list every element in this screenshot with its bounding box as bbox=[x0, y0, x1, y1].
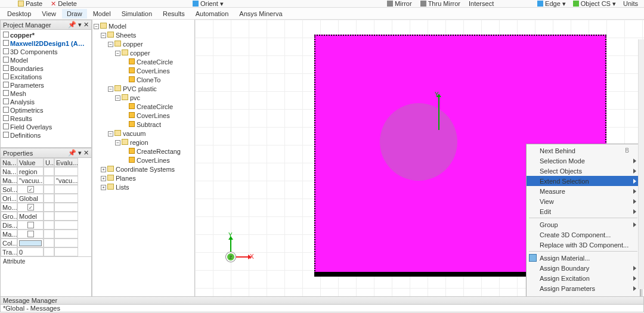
tab-simulation[interactable]: Simulation bbox=[117, 9, 157, 18]
project-manager-tree[interactable]: copper*Maxwell2DDesign1 (ACConduction, )… bbox=[1, 30, 91, 141]
props-cell[interactable] bbox=[54, 203, 78, 212]
orient-dropdown[interactable]: Orient ▾ bbox=[193, 0, 224, 8]
tree-item[interactable]: −copper bbox=[94, 40, 193, 49]
props-cell[interactable] bbox=[17, 185, 44, 194]
tree-toggle-icon[interactable]: − bbox=[94, 24, 99, 29]
paste-button[interactable]: Paste bbox=[18, 0, 42, 7]
pm-item[interactable]: Results bbox=[3, 114, 89, 123]
tree-toggle-icon[interactable]: − bbox=[108, 42, 113, 47]
ctx-item-select-objects[interactable]: Select Objects bbox=[527, 166, 640, 176]
props-cell[interactable]: Dis... bbox=[1, 221, 17, 230]
message-manager-content[interactable]: *Global - Messages bbox=[0, 305, 644, 312]
ctx-item-assign-boundary[interactable]: Assign Boundary bbox=[527, 263, 640, 273]
tab-ansys-minerva[interactable]: Ansys Minerva bbox=[234, 9, 287, 18]
pm-item[interactable]: Parameters bbox=[3, 81, 89, 89]
tree-toggle-icon[interactable]: − bbox=[108, 86, 113, 92]
props-cell[interactable]: region bbox=[17, 167, 44, 176]
props-cell[interactable] bbox=[54, 167, 78, 176]
ctx-item-view[interactable]: View bbox=[527, 196, 640, 206]
props-cell[interactable]: Global bbox=[17, 194, 44, 203]
close-icon[interactable]: ✕ bbox=[83, 21, 89, 29]
tree-item[interactable]: −region bbox=[94, 138, 193, 147]
pm-item[interactable]: Maxwell2DDesign1 (ACConduction, ) bbox=[3, 39, 89, 48]
pm-item[interactable]: Model bbox=[3, 56, 89, 64]
dropdown-icon[interactable]: ▾ bbox=[78, 21, 82, 29]
props-cell[interactable]: Model bbox=[17, 212, 44, 221]
dropdown-icon[interactable]: ▾ bbox=[78, 149, 82, 157]
tree-toggle-icon[interactable]: − bbox=[115, 51, 120, 56]
props-cell[interactable] bbox=[44, 185, 54, 194]
units-button[interactable]: Units bbox=[623, 0, 638, 8]
tree-item[interactable]: −Sheets bbox=[94, 31, 193, 40]
pm-item[interactable]: copper* bbox=[3, 31, 89, 39]
pm-item[interactable]: 3D Components bbox=[3, 48, 89, 56]
intersect-button[interactable]: Intersect bbox=[469, 0, 494, 7]
vertical-scrollbar[interactable] bbox=[638, 39, 644, 289]
props-cell[interactable] bbox=[17, 238, 44, 247]
tab-automation[interactable]: Automation bbox=[191, 9, 234, 18]
props-cell[interactable]: Gro... bbox=[1, 212, 17, 221]
props-cell[interactable] bbox=[54, 238, 78, 247]
props-header[interactable]: Value bbox=[17, 158, 44, 167]
tree-item[interactable]: CoverLines bbox=[94, 156, 193, 165]
props-cell[interactable]: Sol... bbox=[1, 185, 17, 194]
props-cell[interactable] bbox=[54, 185, 78, 194]
props-header[interactable]: Na... bbox=[1, 158, 17, 167]
props-cell[interactable] bbox=[17, 203, 44, 212]
props-cell[interactable]: Col... bbox=[1, 238, 17, 247]
pm-item[interactable]: Mesh bbox=[3, 89, 89, 98]
props-cell[interactable] bbox=[44, 167, 54, 176]
tree-item[interactable]: CreateCircle bbox=[94, 103, 193, 111]
ctx-item-selection-mode[interactable]: Selection Mode bbox=[527, 156, 640, 166]
edge-dropdown[interactable]: Edge ▾ bbox=[537, 0, 566, 8]
thru-mirror-button[interactable]: Thru Mirror bbox=[420, 0, 460, 7]
props-cell[interactable]: "vacuu... bbox=[17, 176, 44, 185]
props-cell[interactable] bbox=[44, 176, 54, 185]
ctx-item-measure[interactable]: Measure bbox=[527, 186, 640, 196]
props-cell[interactable] bbox=[54, 247, 78, 256]
tab-desktop[interactable]: Desktop bbox=[2, 9, 36, 18]
tree-item[interactable]: CoverLines bbox=[94, 67, 193, 76]
props-cell[interactable] bbox=[44, 203, 54, 212]
objectcs-dropdown[interactable]: Object CS ▾ bbox=[573, 0, 616, 8]
tree-item[interactable]: −PVC plastic bbox=[94, 85, 193, 94]
pin-icon[interactable]: 📌 bbox=[68, 149, 76, 157]
3d-viewport[interactable]: Y z X Y 100 (mm) 智善CAE共创未来 Next BehindBS… bbox=[195, 20, 644, 306]
props-cell[interactable] bbox=[44, 212, 54, 221]
tree-item[interactable]: Subtract bbox=[94, 120, 193, 129]
props-cell[interactable]: Ma... bbox=[1, 176, 17, 185]
tab-draw[interactable]: Draw bbox=[62, 9, 87, 18]
props-cell[interactable] bbox=[44, 247, 54, 256]
tab-results[interactable]: Results bbox=[158, 9, 190, 18]
tree-item[interactable]: CreateRectang bbox=[94, 147, 193, 156]
pm-item[interactable]: Excitations bbox=[3, 73, 89, 81]
attribute-tab[interactable]: Attribute bbox=[1, 256, 91, 266]
axis-triad[interactable]: z X Y bbox=[213, 234, 249, 270]
props-cell[interactable]: Ma... bbox=[1, 230, 17, 238]
props-cell[interactable]: Ori... bbox=[1, 194, 17, 203]
tree-item[interactable]: +Planes bbox=[94, 174, 193, 183]
tree-item[interactable]: −vacuum bbox=[94, 129, 193, 138]
ctx-item-extend-selection[interactable]: Extend Selection bbox=[527, 176, 640, 186]
tree-toggle-icon[interactable]: − bbox=[115, 140, 120, 145]
context-menu[interactable]: Next BehindBSelection ModeSelect Objects… bbox=[526, 144, 640, 313]
props-cell[interactable] bbox=[44, 221, 54, 230]
tree-toggle-icon[interactable]: − bbox=[115, 95, 120, 101]
tree-toggle-icon[interactable]: − bbox=[108, 131, 113, 137]
tree-item[interactable]: −copper bbox=[94, 49, 193, 58]
props-cell[interactable] bbox=[54, 221, 78, 230]
ctx-item-create-3d-component-[interactable]: Create 3D Component... bbox=[527, 230, 640, 240]
ctx-item-assign-material-[interactable]: Assign Material... bbox=[527, 253, 640, 263]
pvc-circle[interactable] bbox=[380, 103, 457, 181]
props-cell[interactable] bbox=[17, 230, 44, 238]
props-header[interactable]: U... bbox=[44, 158, 54, 167]
model-tree[interactable]: −Model−Sheets−copper−copperCreateCircleC… bbox=[92, 20, 195, 306]
props-header[interactable]: Evalu... bbox=[54, 158, 78, 167]
pin-icon[interactable]: 📌 bbox=[68, 21, 76, 29]
properties-grid[interactable]: Na...ValueU...Evalu...Na...regionMa..."v… bbox=[1, 158, 91, 256]
mirror-button[interactable]: Mirror bbox=[387, 0, 412, 7]
pm-item[interactable]: Boundaries bbox=[3, 64, 89, 73]
pm-item[interactable]: Field Overlays bbox=[3, 123, 89, 131]
ctx-item-assign-excitation[interactable]: Assign Excitation bbox=[527, 273, 640, 283]
props-cell[interactable] bbox=[54, 212, 78, 221]
